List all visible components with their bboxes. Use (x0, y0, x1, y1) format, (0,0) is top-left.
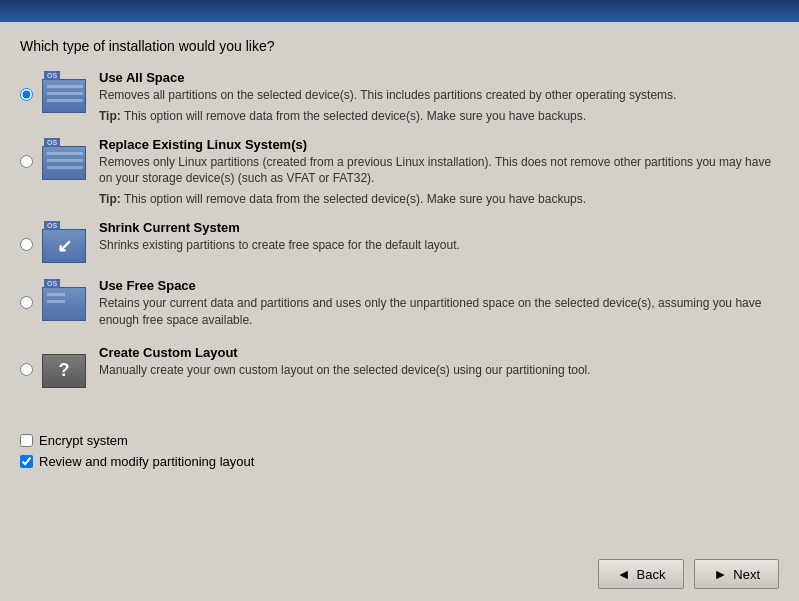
option-create-custom[interactable]: ? Create Custom Layout Manually create y… (20, 345, 779, 391)
top-bar (0, 0, 799, 22)
next-label: Next (733, 567, 760, 582)
icon-shrink-current: OS ↙ (41, 220, 87, 266)
back-icon: ◄ (617, 566, 631, 582)
next-button[interactable]: ► Next (694, 559, 779, 589)
encrypt-system-row[interactable]: Encrypt system (20, 433, 779, 448)
option-desc-use-all-space: Removes all partitions on the selected d… (99, 87, 779, 104)
option-title-shrink-current: Shrink Current System (99, 220, 779, 235)
main-content: Which type of installation would you lik… (0, 22, 799, 413)
question: Which type of installation would you lik… (20, 38, 779, 54)
next-icon: ► (713, 566, 727, 582)
option-use-all-space[interactable]: OS Use All Space Removes all partitions … (20, 70, 779, 125)
encrypt-system-checkbox[interactable] (20, 434, 33, 447)
option-text-use-all-space: Use All Space Removes all partitions on … (99, 70, 779, 125)
option-title-use-all-space: Use All Space (99, 70, 779, 85)
option-shrink-current[interactable]: OS ↙ Shrink Current System Shrinks exist… (20, 220, 779, 266)
option-text-create-custom: Create Custom Layout Manually create you… (99, 345, 779, 383)
option-desc-use-free-space: Retains your current data and partitions… (99, 295, 779, 329)
option-text-replace-existing: Replace Existing Linux System(s) Removes… (99, 137, 779, 208)
icon-create-custom: ? (41, 345, 87, 391)
back-button[interactable]: ◄ Back (598, 559, 685, 589)
radio-replace-existing[interactable] (20, 155, 33, 168)
option-text-shrink-current: Shrink Current System Shrinks existing p… (99, 220, 779, 258)
footer-buttons: ◄ Back ► Next (598, 559, 779, 589)
review-layout-checkbox[interactable] (20, 455, 33, 468)
review-layout-row[interactable]: Review and modify partitioning layout (20, 454, 779, 469)
option-title-create-custom: Create Custom Layout (99, 345, 779, 360)
icon-use-all-space: OS (41, 70, 87, 116)
option-tip-replace-existing: Tip: This option will remove data from t… (99, 191, 779, 208)
radio-use-free-space[interactable] (20, 296, 33, 309)
option-replace-existing[interactable]: OS Replace Existing Linux System(s) Remo… (20, 137, 779, 208)
option-desc-replace-existing: Removes only Linux partitions (created f… (99, 154, 779, 188)
radio-shrink-current[interactable] (20, 238, 33, 251)
checkboxes-section: Encrypt system Review and modify partiti… (0, 423, 799, 485)
back-label: Back (637, 567, 666, 582)
option-title-replace-existing: Replace Existing Linux System(s) (99, 137, 779, 152)
icon-use-free-space: OS (41, 278, 87, 324)
review-layout-label: Review and modify partitioning layout (39, 454, 254, 469)
option-use-free-space[interactable]: OS Use Free Space Retains your current d… (20, 278, 779, 333)
option-desc-shrink-current: Shrinks existing partitions to create fr… (99, 237, 779, 254)
icon-replace-existing: OS (41, 137, 87, 183)
radio-use-all-space[interactable] (20, 88, 33, 101)
radio-create-custom[interactable] (20, 363, 33, 376)
option-title-use-free-space: Use Free Space (99, 278, 779, 293)
option-desc-create-custom: Manually create your own custom layout o… (99, 362, 779, 379)
encrypt-system-label: Encrypt system (39, 433, 128, 448)
option-text-use-free-space: Use Free Space Retains your current data… (99, 278, 779, 333)
option-tip-use-all-space: Tip: This option will remove data from t… (99, 108, 779, 125)
